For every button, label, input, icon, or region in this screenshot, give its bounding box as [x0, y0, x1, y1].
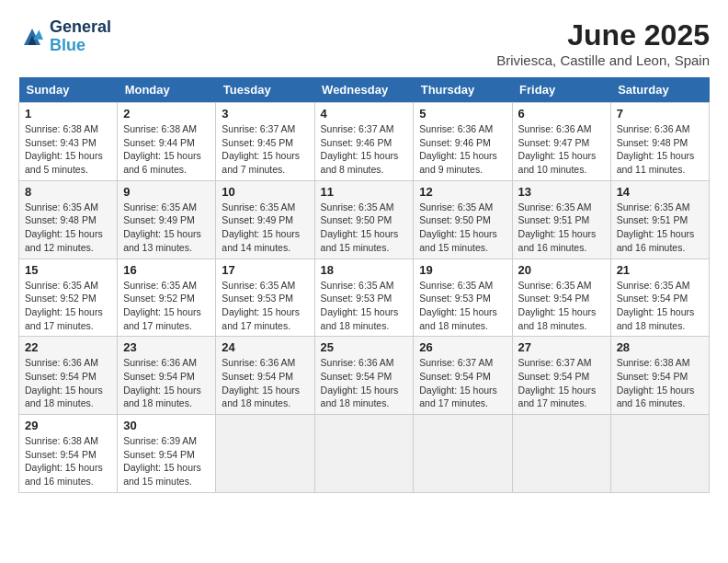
col-header-sunday: Sunday: [19, 77, 118, 103]
day-number: 16: [123, 263, 210, 277]
cell-info: Sunrise: 6:38 AMSunset: 9:43 PMDaylight:…: [25, 123, 103, 175]
table-row: 22 Sunrise: 6:36 AMSunset: 9:54 PMDaylig…: [19, 337, 118, 415]
cell-info: Sunrise: 6:35 AMSunset: 9:52 PMDaylight:…: [123, 280, 201, 331]
calendar-header-row: Sunday Monday Tuesday Wednesday Thursday…: [19, 77, 710, 103]
cell-info: Sunrise: 6:36 AMSunset: 9:48 PMDaylight:…: [617, 123, 695, 175]
cell-info: Sunrise: 6:35 AMSunset: 9:51 PMDaylight:…: [617, 201, 695, 253]
table-row: 27 Sunrise: 6:37 AMSunset: 9:54 PMDaylig…: [512, 337, 610, 415]
cell-info: Sunrise: 6:35 AMSunset: 9:52 PMDaylight:…: [25, 280, 103, 331]
day-number: 17: [222, 263, 308, 277]
cell-info: Sunrise: 6:36 AMSunset: 9:54 PMDaylight:…: [25, 357, 103, 408]
cell-info: Sunrise: 6:35 AMSunset: 9:49 PMDaylight:…: [222, 201, 300, 253]
page-subtitle: Briviesca, Castille and Leon, Spain: [496, 52, 710, 68]
day-number: 5: [419, 107, 506, 121]
table-row: 17 Sunrise: 6:35 AMSunset: 9:53 PMDaylig…: [216, 259, 314, 337]
day-number: 11: [321, 185, 408, 199]
cell-info: Sunrise: 6:38 AMSunset: 9:54 PMDaylight:…: [25, 435, 103, 487]
day-number: 7: [617, 107, 703, 121]
day-number: 20: [518, 263, 605, 277]
cell-info: Sunrise: 6:38 AMSunset: 9:44 PMDaylight:…: [123, 123, 201, 175]
table-row: 2 Sunrise: 6:38 AMSunset: 9:44 PMDayligh…: [118, 103, 216, 181]
calendar-table: Sunday Monday Tuesday Wednesday Thursday…: [18, 77, 710, 493]
day-number: 29: [25, 419, 111, 432]
table-row: 23 Sunrise: 6:36 AMSunset: 9:54 PMDaylig…: [118, 337, 216, 415]
logo-icon: [18, 23, 46, 51]
table-row: 6 Sunrise: 6:36 AMSunset: 9:47 PMDayligh…: [512, 103, 610, 181]
page-header: General Blue June 2025 Briviesca, Castil…: [18, 18, 710, 68]
table-row: 29 Sunrise: 6:38 AMSunset: 9:54 PMDaylig…: [19, 415, 118, 493]
col-header-friday: Friday: [512, 77, 610, 103]
cell-info: Sunrise: 6:36 AMSunset: 9:47 PMDaylight:…: [518, 123, 597, 175]
cell-info: Sunrise: 6:37 AMSunset: 9:45 PMDaylight:…: [222, 123, 300, 175]
day-number: 8: [25, 185, 111, 199]
table-row: 15 Sunrise: 6:35 AMSunset: 9:52 PMDaylig…: [19, 259, 118, 337]
table-row: 11 Sunrise: 6:35 AMSunset: 9:50 PMDaylig…: [314, 180, 414, 259]
day-number: 25: [321, 340, 408, 354]
table-row: 8 Sunrise: 6:35 AMSunset: 9:48 PMDayligh…: [19, 180, 118, 259]
table-row: 30 Sunrise: 6:39 AMSunset: 9:54 PMDaylig…: [118, 415, 216, 493]
table-row: 28 Sunrise: 6:38 AMSunset: 9:54 PMDaylig…: [610, 337, 709, 415]
day-number: 9: [123, 185, 210, 199]
table-row: 25 Sunrise: 6:36 AMSunset: 9:54 PMDaylig…: [314, 337, 414, 415]
cell-info: Sunrise: 6:35 AMSunset: 9:51 PMDaylight:…: [518, 201, 597, 253]
cell-info: Sunrise: 6:37 AMSunset: 9:54 PMDaylight:…: [518, 357, 597, 408]
day-number: 12: [419, 185, 506, 199]
cell-info: Sunrise: 6:38 AMSunset: 9:54 PMDaylight:…: [617, 357, 695, 408]
day-number: 6: [518, 107, 605, 121]
day-number: 10: [222, 185, 308, 199]
table-row: 13 Sunrise: 6:35 AMSunset: 9:51 PMDaylig…: [512, 180, 610, 259]
title-area: June 2025 Briviesca, Castille and Leon, …: [496, 18, 710, 68]
day-number: 3: [222, 107, 308, 121]
cell-info: Sunrise: 6:37 AMSunset: 9:46 PMDaylight:…: [321, 123, 399, 175]
day-number: 4: [321, 107, 408, 121]
table-row: 19 Sunrise: 6:35 AMSunset: 9:53 PMDaylig…: [414, 259, 512, 337]
table-row: [414, 415, 512, 493]
table-row: 14 Sunrise: 6:35 AMSunset: 9:51 PMDaylig…: [610, 180, 709, 259]
table-row: 5 Sunrise: 6:36 AMSunset: 9:46 PMDayligh…: [414, 103, 512, 181]
cell-info: Sunrise: 6:36 AMSunset: 9:54 PMDaylight:…: [222, 357, 300, 408]
table-row: 24 Sunrise: 6:36 AMSunset: 9:54 PMDaylig…: [216, 337, 314, 415]
table-row: [512, 415, 610, 493]
day-number: 22: [25, 340, 111, 354]
logo: General Blue: [18, 18, 111, 55]
day-number: 28: [617, 340, 703, 354]
page-title: June 2025: [496, 18, 710, 52]
day-number: 23: [123, 340, 210, 354]
cell-info: Sunrise: 6:35 AMSunset: 9:50 PMDaylight:…: [321, 201, 399, 253]
table-row: 10 Sunrise: 6:35 AMSunset: 9:49 PMDaylig…: [216, 180, 314, 259]
table-row: 7 Sunrise: 6:36 AMSunset: 9:48 PMDayligh…: [610, 103, 709, 181]
table-row: [610, 415, 709, 493]
table-row: 20 Sunrise: 6:35 AMSunset: 9:54 PMDaylig…: [512, 259, 610, 337]
day-number: 18: [321, 263, 408, 277]
table-row: 26 Sunrise: 6:37 AMSunset: 9:54 PMDaylig…: [414, 337, 512, 415]
cell-info: Sunrise: 6:39 AMSunset: 9:54 PMDaylight:…: [123, 435, 201, 487]
cell-info: Sunrise: 6:36 AMSunset: 9:54 PMDaylight:…: [321, 357, 399, 408]
col-header-thursday: Thursday: [414, 77, 512, 103]
day-number: 14: [617, 185, 703, 199]
cell-info: Sunrise: 6:35 AMSunset: 9:54 PMDaylight:…: [617, 280, 695, 331]
col-header-tuesday: Tuesday: [216, 77, 314, 103]
cell-info: Sunrise: 6:35 AMSunset: 9:53 PMDaylight:…: [419, 280, 497, 331]
table-row: 4 Sunrise: 6:37 AMSunset: 9:46 PMDayligh…: [314, 103, 414, 181]
table-row: 18 Sunrise: 6:35 AMSunset: 9:53 PMDaylig…: [314, 259, 414, 337]
day-number: 27: [518, 340, 605, 354]
table-row: 21 Sunrise: 6:35 AMSunset: 9:54 PMDaylig…: [610, 259, 709, 337]
day-number: 13: [518, 185, 605, 199]
day-number: 30: [123, 419, 210, 432]
table-row: [314, 415, 414, 493]
col-header-saturday: Saturday: [610, 77, 709, 103]
cell-info: Sunrise: 6:35 AMSunset: 9:53 PMDaylight:…: [321, 280, 399, 331]
cell-info: Sunrise: 6:35 AMSunset: 9:49 PMDaylight:…: [123, 201, 201, 253]
cell-info: Sunrise: 6:36 AMSunset: 9:54 PMDaylight:…: [123, 357, 201, 408]
cell-info: Sunrise: 6:36 AMSunset: 9:46 PMDaylight:…: [419, 123, 497, 175]
col-header-wednesday: Wednesday: [314, 77, 414, 103]
cell-info: Sunrise: 6:35 AMSunset: 9:50 PMDaylight:…: [419, 201, 497, 253]
day-number: 19: [419, 263, 506, 277]
table-row: [216, 415, 314, 493]
table-row: 3 Sunrise: 6:37 AMSunset: 9:45 PMDayligh…: [216, 103, 314, 181]
table-row: 9 Sunrise: 6:35 AMSunset: 9:49 PMDayligh…: [118, 180, 216, 259]
cell-info: Sunrise: 6:35 AMSunset: 9:54 PMDaylight:…: [518, 280, 597, 331]
day-number: 21: [617, 263, 703, 277]
table-row: 1 Sunrise: 6:38 AMSunset: 9:43 PMDayligh…: [19, 103, 118, 181]
logo-text: General Blue: [50, 18, 111, 55]
